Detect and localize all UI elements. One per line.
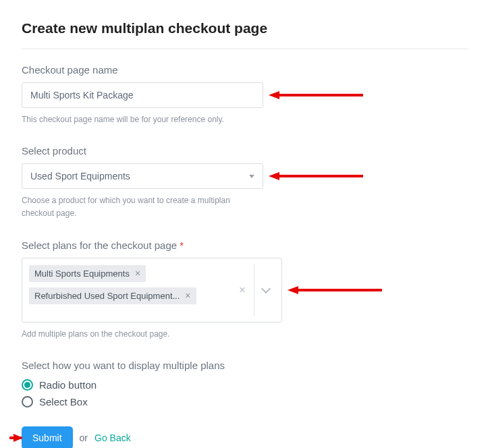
page-title: Create new multiplan checkout page (22, 20, 468, 49)
radio-unselected-icon (22, 396, 33, 408)
field-select-plans: Select plans for the checkout page * Mul… (22, 240, 468, 341)
select-plans-multiselect[interactable]: Multi Sports Equipments × Refurbished Us… (22, 258, 282, 323)
required-asterisk-icon: * (180, 240, 184, 251)
plan-tag: Multi Sports Equipments × (29, 265, 146, 282)
annotation-arrow-icon (1, 434, 22, 442)
radio-label: Select Box (39, 396, 88, 408)
field-select-product: Select product Used Sport Equipments Cho… (22, 145, 468, 220)
checkout-name-helper: This checkout page name will be for your… (22, 113, 265, 126)
display-mode-label: Select how you want to display multiple … (22, 360, 468, 371)
radio-option-select-box[interactable]: Select Box (22, 396, 468, 408)
select-plans-helper: Add multiple plans on the checkout page. (22, 328, 265, 341)
select-product-dropdown[interactable]: Used Sport Equipments (22, 163, 263, 189)
remove-tag-icon[interactable]: × (185, 291, 190, 300)
action-row: Submit or Go Back (22, 426, 468, 448)
plan-tag: Refurbished Used Sport Equipment... × (29, 287, 196, 304)
radio-selected-icon (22, 379, 33, 391)
checkout-name-input[interactable] (22, 82, 263, 108)
plan-tag-label: Refurbished Used Sport Equipment... (34, 291, 180, 301)
select-plans-label: Select plans for the checkout page * (22, 240, 468, 251)
go-back-link[interactable]: Go Back (94, 432, 131, 443)
select-product-value: Used Sport Equipments (30, 171, 130, 181)
multiselect-expand-button[interactable] (254, 288, 275, 292)
caret-down-icon (249, 175, 254, 178)
annotation-arrow-icon (269, 91, 363, 99)
select-product-helper: Choose a product for which you want to c… (22, 194, 265, 220)
plan-tag-label: Multi Sports Equipments (34, 269, 130, 279)
radio-label: Radio button (39, 379, 97, 391)
remove-tag-icon[interactable]: × (135, 269, 140, 278)
submit-button[interactable]: Submit (22, 426, 73, 448)
annotation-arrow-icon (269, 172, 363, 180)
chevron-down-icon (261, 283, 271, 293)
radio-option-radio-button[interactable]: Radio button (22, 379, 468, 391)
checkout-name-label: Checkout page name (22, 64, 468, 76)
or-text: or (80, 432, 88, 443)
field-display-mode: Select how you want to display multiple … (22, 360, 468, 408)
annotation-arrow-icon (288, 286, 382, 294)
clear-all-icon[interactable]: × (231, 283, 254, 297)
field-checkout-name: Checkout page name This checkout page na… (22, 64, 468, 126)
select-product-label: Select product (22, 145, 468, 157)
